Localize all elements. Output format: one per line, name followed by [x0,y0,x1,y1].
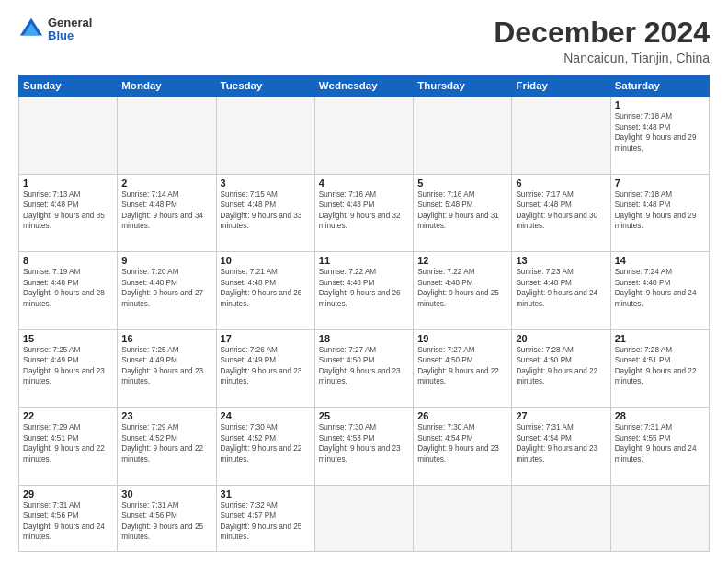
day-cell [610,485,709,551]
day-info: Sunrise: 7:17 AMSunset: 4:48 PMDaylight:… [516,190,606,232]
day-number: 23 [121,410,211,421]
day-cell: 13Sunrise: 7:23 AMSunset: 4:48 PMDayligh… [512,252,610,330]
day-number: 12 [417,255,507,266]
day-number: 9 [121,255,211,266]
day-cell: 26Sunrise: 7:30 AMSunset: 4:54 PMDayligh… [414,408,512,486]
day-cell: 1Sunrise: 7:18 AMSunset: 4:48 PMDaylight… [610,97,709,175]
logo-text: General Blue [48,17,92,43]
day-cell: 5Sunrise: 7:16 AMSunset: 5:48 PMDaylight… [414,174,512,252]
day-info: Sunrise: 7:16 AMSunset: 5:48 PMDaylight:… [417,190,507,232]
day-cell: 25Sunrise: 7:30 AMSunset: 4:53 PMDayligh… [314,408,413,486]
day-number: 4 [319,178,409,189]
day-number: 2 [121,178,211,189]
day-info: Sunrise: 7:22 AMSunset: 4:48 PMDaylight:… [319,267,409,309]
day-info: Sunrise: 7:18 AMSunset: 4:48 PMDaylight:… [615,111,705,154]
day-cell [414,97,512,175]
day-cell: 1Sunrise: 7:13 AMSunset: 4:48 PMDaylight… [19,174,118,252]
day-cell: 19Sunrise: 7:27 AMSunset: 4:50 PMDayligh… [414,329,512,408]
day-number: 16 [121,333,211,344]
day-number: 3 [221,178,311,189]
page: General Blue December 2024 Nancaicun, Ti… [0,0,728,563]
day-cell: 4Sunrise: 7:16 AMSunset: 4:48 PMDaylight… [314,174,413,252]
day-cell [512,485,610,551]
day-number: 17 [221,333,311,344]
day-number: 11 [319,255,409,266]
day-cell: 30Sunrise: 7:31 AMSunset: 4:56 PMDayligh… [118,485,216,551]
day-cell: 3Sunrise: 7:15 AMSunset: 4:48 PMDaylight… [216,174,314,252]
day-cell: 10Sunrise: 7:21 AMSunset: 4:48 PMDayligh… [216,252,314,330]
day-info: Sunrise: 7:28 AMSunset: 4:50 PMDaylight:… [516,345,606,387]
week-row-5: 29Sunrise: 7:31 AMSunset: 4:56 PMDayligh… [19,485,710,551]
title-block: December 2024 Nancaicun, Tianjin, China [494,17,710,65]
day-cell: 24Sunrise: 7:30 AMSunset: 4:52 PMDayligh… [216,408,314,486]
day-info: Sunrise: 7:21 AMSunset: 4:48 PMDaylight:… [221,267,311,309]
day-cell [19,97,118,175]
col-monday: Monday [118,75,216,97]
day-info: Sunrise: 7:19 AMSunset: 4:48 PMDaylight:… [23,267,113,309]
day-cell: 14Sunrise: 7:24 AMSunset: 4:48 PMDayligh… [610,252,709,330]
day-number: 25 [319,410,409,421]
week-row-2: 8Sunrise: 7:19 AMSunset: 4:48 PMDaylight… [19,252,710,330]
day-info: Sunrise: 7:27 AMSunset: 4:50 PMDaylight:… [417,345,507,387]
day-cell: 27Sunrise: 7:31 AMSunset: 4:54 PMDayligh… [512,408,610,486]
col-thursday: Thursday [414,75,512,97]
day-cell: 21Sunrise: 7:28 AMSunset: 4:51 PMDayligh… [610,329,709,408]
day-cell: 18Sunrise: 7:27 AMSunset: 4:50 PMDayligh… [314,329,413,408]
col-sunday: Sunday [19,75,118,97]
col-friday: Friday [512,75,610,97]
day-number: 20 [516,333,606,344]
day-info: Sunrise: 7:13 AMSunset: 4:48 PMDaylight:… [23,190,113,232]
day-cell [314,485,413,551]
subtitle: Nancaicun, Tianjin, China [494,51,710,65]
day-number: 29 [23,488,113,500]
day-number: 8 [23,255,113,266]
day-info: Sunrise: 7:30 AMSunset: 4:52 PMDaylight:… [221,422,311,465]
day-number: 15 [23,333,113,344]
day-cell: 8Sunrise: 7:19 AMSunset: 4:48 PMDaylight… [19,252,118,330]
day-number: 27 [516,410,606,421]
day-info: Sunrise: 7:26 AMSunset: 4:49 PMDaylight:… [221,345,311,387]
day-number: 10 [221,255,311,266]
day-info: Sunrise: 7:15 AMSunset: 4:48 PMDaylight:… [221,190,311,232]
col-saturday: Saturday [610,75,709,97]
day-cell: 7Sunrise: 7:18 AMSunset: 4:48 PMDaylight… [610,174,709,252]
day-number: 1 [615,99,705,110]
calendar-body: 1Sunrise: 7:18 AMSunset: 4:48 PMDaylight… [19,97,710,552]
day-cell [512,97,610,175]
logo-icon [18,17,44,42]
day-number: 7 [615,178,705,189]
day-number: 30 [121,488,211,500]
day-number: 18 [319,333,409,344]
day-info: Sunrise: 7:31 AMSunset: 4:54 PMDaylight:… [516,422,606,465]
day-cell: 16Sunrise: 7:25 AMSunset: 4:49 PMDayligh… [118,329,216,408]
day-cell: 28Sunrise: 7:31 AMSunset: 4:55 PMDayligh… [610,408,709,486]
day-info: Sunrise: 7:16 AMSunset: 4:48 PMDaylight:… [319,190,409,232]
day-number: 21 [615,333,705,344]
day-cell: 12Sunrise: 7:22 AMSunset: 4:48 PMDayligh… [414,252,512,330]
day-cell: 23Sunrise: 7:29 AMSunset: 4:52 PMDayligh… [118,408,216,486]
day-info: Sunrise: 7:24 AMSunset: 4:48 PMDaylight:… [615,267,705,309]
day-number: 14 [615,255,705,266]
day-number: 19 [417,333,507,344]
day-info: Sunrise: 7:31 AMSunset: 4:56 PMDaylight:… [23,500,113,543]
day-info: Sunrise: 7:30 AMSunset: 4:53 PMDaylight:… [319,422,409,465]
day-info: Sunrise: 7:31 AMSunset: 4:56 PMDaylight:… [121,500,211,543]
day-cell: 20Sunrise: 7:28 AMSunset: 4:50 PMDayligh… [512,329,610,408]
logo-blue-text: Blue [48,29,92,42]
day-info: Sunrise: 7:29 AMSunset: 4:52 PMDaylight:… [121,422,211,465]
day-info: Sunrise: 7:20 AMSunset: 4:48 PMDaylight:… [121,267,211,309]
day-info: Sunrise: 7:29 AMSunset: 4:51 PMDaylight:… [23,422,113,465]
day-cell: 31Sunrise: 7:32 AMSunset: 4:57 PMDayligh… [216,485,314,551]
main-title: December 2024 [494,17,710,49]
day-cell [216,97,314,175]
calendar-table: Sunday Monday Tuesday Wednesday Thursday… [18,75,710,552]
day-info: Sunrise: 7:25 AMSunset: 4:49 PMDaylight:… [121,345,211,387]
day-info: Sunrise: 7:22 AMSunset: 4:48 PMDaylight:… [417,267,507,309]
day-cell: 29Sunrise: 7:31 AMSunset: 4:56 PMDayligh… [19,485,118,551]
day-info: Sunrise: 7:28 AMSunset: 4:51 PMDaylight:… [615,345,705,387]
day-number: 5 [417,178,507,189]
logo-general-text: General [48,17,92,29]
logo: General Blue [18,17,92,43]
col-wednesday: Wednesday [314,75,413,97]
day-info: Sunrise: 7:32 AMSunset: 4:57 PMDaylight:… [221,500,311,543]
